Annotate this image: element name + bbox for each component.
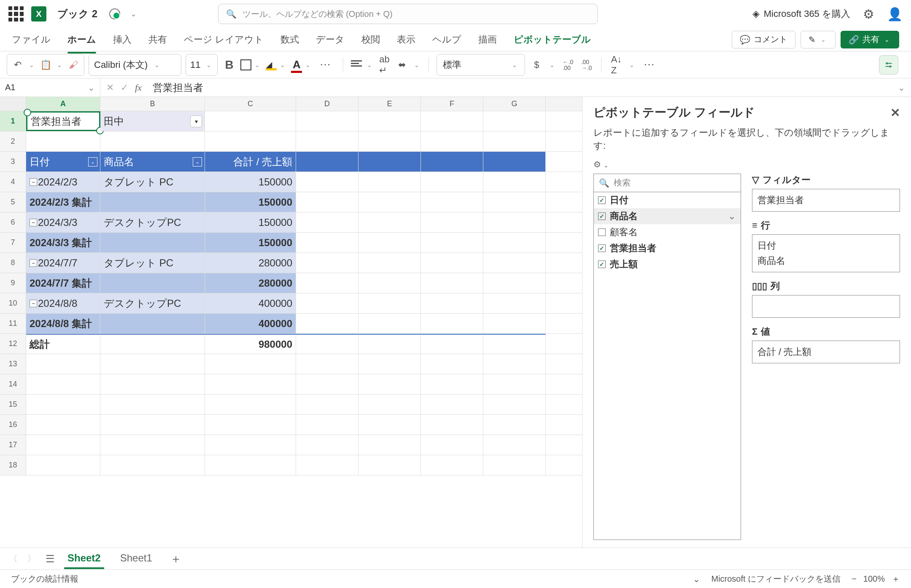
rows-area[interactable]: 日付商品名	[752, 234, 900, 272]
account-person-icon[interactable]: 👤	[887, 7, 903, 21]
cell[interactable]	[100, 132, 205, 151]
cell[interactable]	[421, 415, 483, 435]
cell[interactable]	[296, 212, 358, 232]
cell[interactable]: 2024/8/8 集計	[26, 314, 100, 333]
cell[interactable]	[296, 374, 358, 394]
cell[interactable]	[296, 354, 358, 374]
col-header-b[interactable]: B	[100, 97, 205, 111]
prev-sheet-icon[interactable]: 〈	[8, 553, 18, 565]
cell[interactable]	[205, 395, 296, 414]
more-toolbar-button[interactable]: ⋯	[640, 58, 659, 71]
cell[interactable]	[358, 233, 421, 252]
increase-decimal-button[interactable]: .00→.0	[579, 58, 593, 72]
cell[interactable]: −2024/7/7	[26, 253, 100, 273]
cell[interactable]	[421, 253, 483, 273]
more-font-options-button[interactable]: ⋯	[316, 58, 335, 71]
cell[interactable]	[26, 435, 100, 455]
cell[interactable]	[483, 314, 546, 333]
share-button[interactable]: 🔗共有⌄	[841, 31, 899, 48]
undo-button[interactable]: ↶	[11, 58, 25, 72]
pane-settings-button[interactable]: ⚙ ⌄	[593, 159, 900, 169]
cell[interactable]: 150000	[205, 172, 296, 192]
collapse-icon[interactable]: −	[30, 178, 37, 186]
format-painter-button[interactable]: 🖌	[66, 58, 81, 72]
cell[interactable]	[421, 314, 483, 333]
cell[interactable]	[358, 293, 421, 313]
row-header[interactable]: 2	[0, 132, 26, 151]
all-sheets-icon[interactable]: ☰	[46, 553, 55, 565]
row-header[interactable]: 6	[0, 212, 26, 232]
search-box[interactable]: 🔍 ツール、ヘルプなどの検索 (Option + Q)	[218, 4, 598, 24]
cell[interactable]	[100, 273, 205, 293]
app-launcher-icon[interactable]	[8, 6, 24, 21]
ribbon-tab-10[interactable]: 描画	[478, 30, 497, 49]
area-field-item[interactable]: 日付	[757, 238, 895, 253]
cell[interactable]: 400000	[205, 314, 296, 333]
number-format-select[interactable]: 標準⌄	[437, 54, 525, 76]
col-header-g[interactable]: G	[483, 97, 546, 111]
cell[interactable]: 日付⌄	[26, 152, 100, 172]
field-checkbox[interactable]	[598, 196, 606, 204]
cell[interactable]	[100, 395, 205, 414]
row-header[interactable]: 15	[0, 395, 26, 414]
cols-area[interactable]	[752, 295, 900, 318]
row-header[interactable]: 17	[0, 435, 26, 455]
cell[interactable]	[421, 334, 483, 354]
ribbon-tab-2[interactable]: 挿入	[113, 30, 132, 49]
cell[interactable]	[296, 172, 358, 192]
cell[interactable]	[205, 415, 296, 435]
cell[interactable]	[358, 132, 421, 151]
font-select[interactable]: Calibri (本文)⌄	[89, 54, 181, 76]
next-sheet-icon[interactable]: 〉	[27, 553, 36, 565]
ribbon-tab-9[interactable]: ヘルプ	[432, 30, 461, 49]
row-header[interactable]: 3	[0, 152, 26, 172]
field-checkbox[interactable]	[598, 260, 606, 268]
cell[interactable]	[483, 111, 546, 131]
collapse-icon[interactable]: −	[30, 219, 37, 226]
cell[interactable]	[483, 273, 546, 293]
cell[interactable]	[483, 293, 546, 313]
area-field-item[interactable]: 合計 / 売上額	[757, 344, 895, 360]
row-header[interactable]: 12	[0, 334, 26, 354]
collapse-icon[interactable]: −	[30, 300, 37, 307]
merge-button[interactable]: ⬌	[395, 58, 409, 72]
cell[interactable]: タブレット PC	[100, 172, 205, 192]
col-header-d[interactable]: D	[296, 97, 358, 111]
cell[interactable]	[205, 435, 296, 455]
cell[interactable]	[421, 354, 483, 374]
cell[interactable]	[358, 172, 421, 192]
row-header[interactable]: 16	[0, 415, 26, 435]
cell[interactable]	[358, 334, 421, 354]
field-item[interactable]: 売上額	[594, 256, 741, 272]
cell[interactable]	[296, 435, 358, 455]
cell[interactable]	[358, 354, 421, 374]
cell[interactable]	[421, 132, 483, 151]
ribbon-tab-6[interactable]: データ	[316, 30, 345, 49]
cell[interactable]	[421, 455, 483, 475]
field-search[interactable]: 🔍 検索	[593, 174, 741, 192]
cell[interactable]	[358, 152, 421, 172]
document-title[interactable]: ブック 2	[57, 7, 97, 21]
close-pane-icon[interactable]: ✕	[890, 106, 900, 120]
cell[interactable]: 2024/3/3 集計	[26, 233, 100, 252]
col-header-c[interactable]: C	[205, 97, 296, 111]
field-item[interactable]: 営業担当者	[594, 240, 741, 256]
cell[interactable]	[26, 395, 100, 414]
cell[interactable]	[205, 132, 296, 151]
ribbon-options-button[interactable]	[879, 55, 898, 75]
row-header[interactable]: 9	[0, 273, 26, 293]
cell[interactable]	[100, 314, 205, 333]
cell[interactable]	[421, 192, 483, 212]
buy-premium-button[interactable]: ◈ Microsoft 365 を購入	[752, 8, 850, 20]
zoom-level[interactable]: 100%	[863, 574, 885, 584]
col-header-e[interactable]: E	[358, 97, 421, 111]
cell[interactable]	[358, 415, 421, 435]
ribbon-tab-1[interactable]: ホーム	[67, 30, 96, 49]
area-field-item[interactable]: 商品名	[757, 253, 895, 268]
cell[interactable]	[296, 334, 358, 354]
cell[interactable]: −2024/3/3	[26, 212, 100, 232]
sheet-tab[interactable]: Sheet2	[64, 549, 104, 569]
ribbon-tab-4[interactable]: ページ レイアウト	[184, 30, 264, 49]
title-dropdown-icon[interactable]: ⌄	[130, 9, 137, 19]
row-field-dropdown[interactable]: ⌄	[193, 157, 202, 166]
